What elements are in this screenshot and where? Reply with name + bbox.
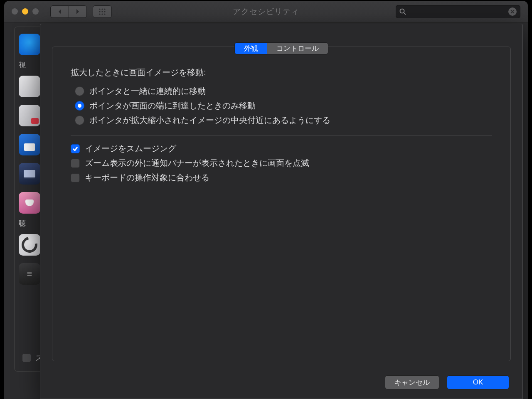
- tab-controls[interactable]: コントロール: [267, 43, 328, 54]
- svg-point-9: [400, 9, 404, 13]
- svg-point-2: [104, 8, 105, 10]
- svg-point-0: [99, 8, 100, 10]
- checkbox-icon: [71, 159, 80, 168]
- svg-point-4: [101, 11, 103, 12]
- sheet-content-frame: 拡大したときに画面イメージを移動: ポインタと一緒に連続的に移動 ポインタが画面…: [52, 47, 511, 361]
- checkbox-flash-on-notification[interactable]: ズーム表示の外に通知バナーが表示されたときに画面を点滅: [71, 158, 492, 169]
- zoom-options-sheet: 外観 コントロール 拡大したときに画面イメージを移動: ポインタと一緒に連続的に…: [40, 24, 523, 399]
- nav-back-forward: [50, 5, 87, 18]
- radio-continuously-with-pointer[interactable]: ポインタと一緒に連続的に移動: [75, 86, 492, 97]
- clear-search-button[interactable]: [508, 7, 517, 16]
- svg-point-8: [104, 13, 105, 15]
- sidebar-item-overview[interactable]: [19, 34, 40, 55]
- checkbox-label: キーボードの操作対象に合わせる: [85, 172, 209, 183]
- checkbox-icon: [22, 353, 31, 362]
- tab-control: 外観 コントロール: [234, 42, 328, 54]
- appearance-content: 拡大したときに画面イメージを移動: ポインタと一緒に連続的に移動 ポインタが画面…: [52, 47, 510, 183]
- search-input[interactable]: [409, 8, 508, 15]
- minimize-window-button[interactable]: [22, 8, 28, 15]
- cancel-button[interactable]: キャンセル: [385, 375, 439, 389]
- forward-button[interactable]: [69, 5, 87, 18]
- checkbox-label: ズーム表示の外に通知バナーが表示されたときに画面を点滅: [85, 158, 309, 169]
- sidebar-item-descriptions[interactable]: [19, 192, 40, 214]
- search-icon: [399, 8, 406, 15]
- ok-button[interactable]: OK: [447, 375, 509, 389]
- category-sidebar: 視 聴: [19, 34, 40, 292]
- sidebar-section-hearing: 聴: [19, 219, 40, 228]
- svg-point-6: [99, 13, 100, 15]
- svg-point-1: [101, 8, 103, 10]
- tab-appearance[interactable]: 外観: [235, 43, 267, 54]
- radio-icon: [75, 86, 84, 96]
- close-icon: [510, 10, 515, 14]
- radio-label: ポインタと一緒に連続的に移動: [89, 86, 206, 97]
- svg-point-5: [104, 11, 105, 12]
- divider: [71, 135, 492, 135]
- sidebar-item-audio[interactable]: [19, 234, 40, 256]
- checkbox-smooth-images[interactable]: イメージをスムージング: [71, 143, 492, 154]
- svg-line-10: [404, 13, 406, 15]
- svg-point-3: [99, 11, 100, 12]
- sidebar-item-captions[interactable]: [19, 263, 40, 285]
- zoom-window-button[interactable]: [32, 8, 39, 15]
- sidebar-section-vision: 視: [19, 60, 40, 70]
- checkbox-follow-keyboard-focus[interactable]: キーボードの操作対象に合わせる: [71, 172, 492, 183]
- sidebar-item-zoom[interactable]: [19, 105, 40, 126]
- radio-icon: [75, 101, 84, 111]
- radio-when-pointer-reaches-edge[interactable]: ポインタが画面の端に到達したときのみ移動: [75, 100, 492, 111]
- radio-icon: [75, 116, 84, 125]
- sidebar-item-speech[interactable]: [19, 163, 40, 185]
- sidebar-item-voiceover[interactable]: [19, 76, 40, 97]
- back-button[interactable]: [50, 5, 69, 18]
- window-controls: [12, 8, 39, 15]
- close-window-button[interactable]: [12, 8, 18, 15]
- show-all-button[interactable]: [93, 5, 112, 18]
- screen-image-move-label: 拡大したときに画面イメージを移動:: [71, 67, 492, 78]
- radio-pointer-near-center[interactable]: ポインタが拡大縮小されたイメージの中央付近にあるようにする: [75, 115, 492, 126]
- titlebar: アクセシビリティ: [4, 1, 528, 22]
- svg-point-7: [101, 13, 103, 15]
- checkbox-icon: [71, 144, 80, 153]
- screen-image-move-radiogroup: ポインタと一緒に連続的に移動 ポインタが画面の端に到達したときのみ移動 ポインタ…: [75, 86, 492, 126]
- search-field[interactable]: [396, 5, 520, 18]
- radio-label: ポインタが画面の端に到達したときのみ移動: [89, 100, 256, 111]
- sheet-button-bar: キャンセル OK: [385, 375, 509, 389]
- radio-label: ポインタが拡大縮小されたイメージの中央付近にあるようにする: [89, 115, 330, 126]
- sidebar-item-display[interactable]: [19, 134, 40, 155]
- checkbox-label: イメージをスムージング: [85, 143, 176, 154]
- preferences-window: アクセシビリティ 視 聴 ス ? 外観: [4, 1, 528, 399]
- checkbox-icon: [71, 173, 80, 182]
